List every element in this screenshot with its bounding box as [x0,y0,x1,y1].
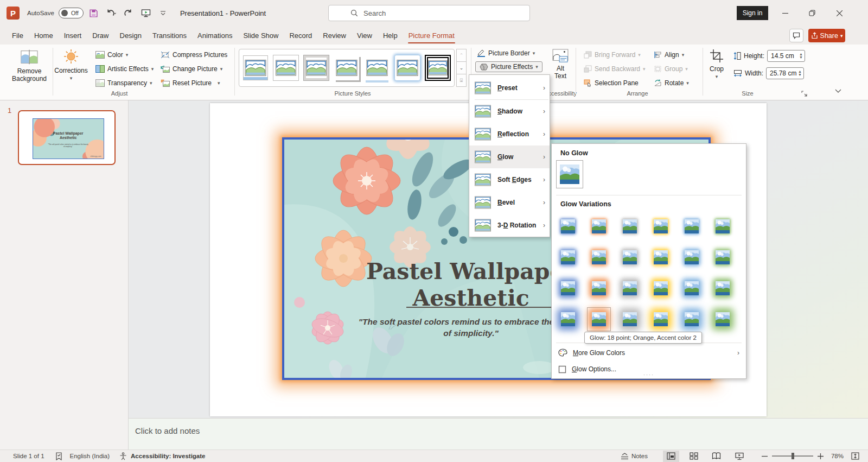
tab-home[interactable]: Home [29,26,59,45]
compress-pictures-button[interactable]: Compress Pictures [161,51,227,59]
corrections-button[interactable]: Corrections ▾ [54,49,88,82]
glow-variation[interactable] [618,245,642,269]
glow-variation[interactable] [680,214,704,238]
picture-border-button[interactable]: Picture Border▾ [477,49,535,57]
glow-variation[interactable] [680,245,704,269]
width-spinner[interactable]: ▲▼ [798,70,802,77]
tab-draw[interactable]: Draw [87,26,114,45]
tab-help[interactable]: Help [378,26,403,45]
normal-view-button[interactable] [663,451,679,462]
tab-review[interactable]: Review [317,26,352,45]
tab-animations[interactable]: Animations [192,26,238,45]
slide-indicator[interactable]: Slide 1 of 1 [13,453,44,459]
save-button[interactable] [87,6,101,20]
collapse-ribbon-button[interactable] [834,86,842,96]
no-glow-option[interactable] [556,160,583,188]
picture-effects-button[interactable]: Picture Effects▾ [475,61,542,72]
glow-variation[interactable] [680,307,704,331]
glow-variation[interactable] [711,245,735,269]
restore-button[interactable] [801,0,824,26]
picture-style-option[interactable] [241,52,270,84]
zoom-slider[interactable] [772,455,813,457]
effects-menu-item-preset[interactable]: Preset› [469,77,550,99]
glow-variation[interactable] [649,245,673,269]
glow-variation[interactable] [587,245,611,269]
reset-picture-button[interactable]: Reset Picture▾ [161,79,220,87]
glow-variation[interactable] [587,307,611,331]
undo-button[interactable] [104,6,118,20]
glow-variation[interactable] [680,276,704,300]
more-glow-colors-item[interactable]: More Glow Colors › [552,345,746,361]
picture-style-option[interactable] [272,52,300,84]
sign-in-button[interactable]: Sign in [737,6,768,20]
effects-menu-item-3-d-rotation[interactable]: 3-D Rotation› [469,214,550,237]
change-picture-button[interactable]: Change Picture▾ [161,65,222,73]
send-backward-button[interactable]: Send Backward▾ [584,65,646,73]
language-indicator[interactable]: English (India) [70,453,110,459]
glow-variation[interactable] [556,307,580,331]
tab-file[interactable]: File [7,26,29,45]
effects-menu-item-soft-edges[interactable]: Soft Edges› [469,168,550,191]
artistic-effects-button[interactable]: Artistic Effects▾ [95,65,154,73]
effects-menu-item-shadow[interactable]: Shadow› [469,100,550,123]
zoom-in-button[interactable] [818,453,824,459]
glow-variation[interactable] [649,276,673,300]
minimize-button[interactable] [774,0,796,26]
glow-variation[interactable] [649,307,673,331]
alt-text-button[interactable]: Alt Text [547,49,574,80]
remove-background-button[interactable]: Remove Background [12,49,47,83]
accessibility-status[interactable]: Accessibility: Investigate [131,453,205,459]
close-button[interactable] [828,0,851,26]
size-dialog-launcher[interactable] [801,89,807,99]
picture-style-option[interactable] [393,52,422,84]
glow-variation[interactable] [587,214,611,238]
glow-variation[interactable] [556,276,580,300]
glow-variation[interactable] [618,214,642,238]
slideshow-view-button[interactable] [731,451,748,462]
width-input[interactable]: 25.78 cm ▲▼ [766,67,804,79]
accessibility-icon[interactable] [119,452,127,460]
tab-slide-show[interactable]: Slide Show [238,26,284,45]
height-spinner[interactable]: ▲▼ [799,53,803,59]
glow-variation[interactable] [649,214,673,238]
height-input[interactable]: 14.5 cm ▲▼ [767,50,805,62]
picture-style-option[interactable] [363,52,391,84]
bring-forward-button[interactable]: Bring Forward▾ [584,51,641,59]
picture-style-option[interactable] [424,52,452,84]
effects-menu-item-reflection[interactable]: Reflection› [469,123,550,145]
gallery-up-button[interactable]: ⌃ [456,49,467,62]
tab-transitions[interactable]: Transitions [147,26,192,45]
glow-variation[interactable] [556,214,580,238]
transparency-button[interactable]: Transparency▾ [95,79,152,87]
comments-button[interactable] [789,29,803,42]
group-button[interactable]: Group▾ [654,65,688,73]
spellcheck-icon[interactable] [55,452,62,460]
slide-sorter-view-button[interactable] [686,451,702,462]
reading-view-button[interactable] [709,451,725,462]
redo-button[interactable] [122,6,136,20]
picture-style-option[interactable] [333,52,361,84]
selection-pane-button[interactable]: Selection Pane [584,79,639,87]
glow-variation[interactable] [711,214,735,238]
zoom-slider-handle[interactable] [792,453,794,459]
zoom-level[interactable]: 78% [831,453,844,459]
gallery-down-button[interactable]: ⌄ [456,62,467,74]
glow-variation[interactable] [711,276,735,300]
customize-qat-button[interactable] [156,6,170,20]
glow-variation[interactable] [587,276,611,300]
glow-variation[interactable] [618,276,642,300]
tab-design[interactable]: Design [114,26,147,45]
share-button[interactable]: Share ▾ [808,29,845,42]
effects-menu-item-glow[interactable]: Glow› [469,145,550,168]
autosave-toggle[interactable]: Off [59,8,84,18]
search-input[interactable]: Search [328,5,530,21]
start-slideshow-button[interactable] [139,6,153,20]
notes-pane[interactable]: Click to add notes [129,418,868,450]
notes-toggle[interactable]: Notes [631,453,648,459]
crop-button[interactable]: Crop ▾ [705,49,728,80]
glow-variation[interactable] [618,307,642,331]
gallery-more-button[interactable]: ⍗ [456,74,467,87]
menu-resize-grip[interactable]: ···· [552,372,746,377]
align-button[interactable]: Align▾ [654,51,684,59]
color-button[interactable]: Color▾ [95,51,128,59]
